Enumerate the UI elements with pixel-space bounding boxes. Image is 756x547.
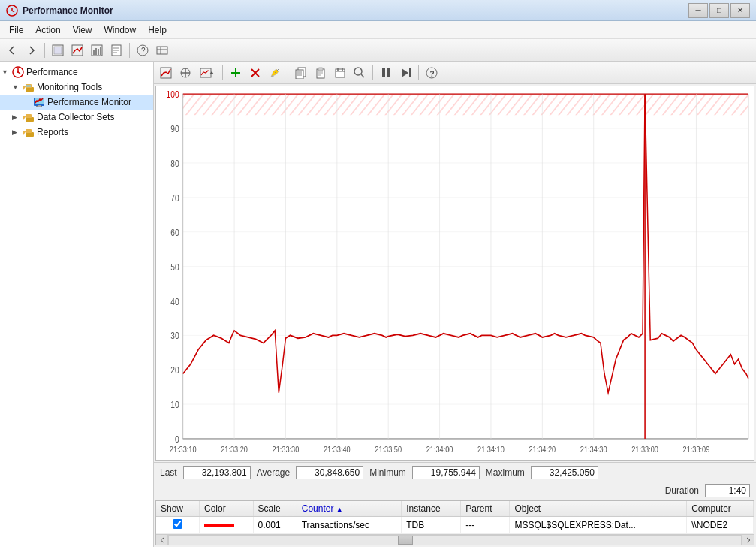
chart-freeze-button[interactable] [176, 64, 194, 82]
toolbar-sep-1 [44, 43, 45, 58]
svg-text:21:34:20: 21:34:20 [529, 445, 556, 454]
tree-item-data-collector-sets[interactable]: ▶ Data Collector Sets [0, 110, 153, 125]
tree-item-performance[interactable]: ▼ Performance [0, 65, 153, 80]
stats-row: Last 32,193.801 Average 30,848.650 Minim… [154, 462, 756, 482]
menu-help[interactable]: Help [142, 23, 173, 37]
close-button[interactable]: ✕ [730, 3, 750, 18]
svg-text:21:33:00: 21:33:00 [631, 445, 658, 454]
col-color[interactable]: Color [199, 501, 253, 517]
svg-rect-15 [157, 47, 167, 54]
search-button[interactable] [351, 64, 369, 82]
menu-file[interactable]: File [3, 23, 29, 37]
properties-button[interactable] [153, 41, 171, 59]
report-button[interactable] [107, 41, 125, 59]
help-button[interactable]: ? [134, 41, 152, 59]
svg-text:?: ? [430, 69, 435, 77]
maximize-button[interactable]: □ [709, 3, 729, 18]
icon-data-collector-sets [23, 111, 35, 123]
col-object[interactable]: Object [510, 501, 687, 517]
svg-rect-28 [26, 114, 32, 118]
window-controls[interactable]: ─ □ ✕ [688, 3, 750, 18]
scrollbar-track[interactable] [168, 535, 742, 545]
col-instance[interactable]: Instance [402, 501, 461, 517]
menu-window[interactable]: Window [98, 23, 143, 37]
scroll-left-btn[interactable] [156, 535, 168, 545]
col-computer[interactable]: Computer [687, 501, 754, 517]
cell-color [199, 517, 253, 534]
cell-instance: TDB [402, 517, 461, 534]
cell-show[interactable] [156, 517, 199, 534]
svg-rect-59 [409, 68, 411, 77]
svg-text:70: 70 [170, 193, 179, 203]
chart-help-button[interactable]: ? [423, 64, 441, 82]
stats-row2: Duration 1:40 [154, 482, 756, 500]
chart-sep-2 [288, 65, 288, 80]
tree-item-monitoring-tools[interactable]: ▼ Monitoring Tools [0, 80, 153, 95]
chart-type-dropdown[interactable] [196, 64, 218, 82]
table-scrollbar[interactable] [156, 534, 754, 545]
title-bar: Performance Monitor ─ □ ✕ [0, 0, 756, 21]
minimize-button[interactable]: ─ [688, 3, 708, 18]
chart-sep-3 [372, 65, 373, 80]
minimum-value: 19,755.944 [412, 466, 480, 479]
histogram-button[interactable] [88, 41, 106, 59]
svg-text:90: 90 [170, 124, 179, 134]
icon-reports [23, 126, 35, 138]
col-parent[interactable]: Parent [461, 501, 510, 517]
arrow-performance: ▼ [2, 68, 12, 76]
back-button[interactable] [3, 41, 21, 59]
col-scale[interactable]: Scale [253, 501, 297, 517]
svg-text:40: 40 [170, 297, 179, 307]
forward-button[interactable] [23, 41, 41, 59]
svg-rect-5 [93, 50, 95, 55]
show-hide-button[interactable] [49, 41, 67, 59]
paste-button[interactable] [312, 64, 330, 82]
app-title: Performance Monitor [23, 5, 113, 16]
pause-button[interactable] [377, 64, 395, 82]
main-content: ▼ Performance ▼ Monitoring [0, 62, 756, 547]
svg-rect-57 [382, 68, 385, 77]
sort-arrow-counter: ▲ [336, 506, 343, 513]
main-toolbar: ? [0, 39, 756, 62]
scrollbar-thumb[interactable] [398, 536, 413, 545]
maximum-value: 32,425.050 [531, 466, 598, 479]
svg-rect-2 [54, 47, 62, 54]
svg-text:0: 0 [175, 434, 179, 444]
chart-view-button[interactable] [157, 64, 175, 82]
performance-chart: 100 90 80 70 60 50 40 30 20 10 0 [156, 86, 754, 460]
last-value: 32,193.801 [183, 466, 251, 479]
svg-text:21:33:40: 21:33:40 [324, 445, 351, 454]
step-button[interactable] [396, 64, 414, 82]
add-counter-button[interactable] [227, 64, 245, 82]
svg-line-56 [361, 74, 364, 77]
show-checkbox[interactable] [173, 519, 182, 529]
svg-text:21:33:10: 21:33:10 [170, 445, 197, 454]
svg-rect-31 [161, 68, 171, 78]
chart-sep-1 [222, 65, 223, 80]
col-counter[interactable]: Counter ▲ [297, 501, 402, 517]
tree-item-performance-monitor[interactable]: ▶ Performance Monitor [0, 95, 153, 110]
menu-action[interactable]: Action [29, 23, 66, 37]
tree-label-performance-monitor: Performance Monitor [47, 97, 131, 107]
cell-object: MSSQL$SQLEXPRESS:Dat... [510, 517, 687, 534]
right-panel: ? [154, 62, 756, 547]
svg-point-19 [17, 71, 19, 73]
scroll-right-btn[interactable] [742, 535, 754, 545]
icon-performance-monitor [33, 96, 45, 108]
highlight-button[interactable] [266, 64, 284, 82]
col-show[interactable]: Show [156, 501, 199, 517]
menu-view[interactable]: View [67, 23, 98, 37]
clear-button[interactable] [331, 64, 349, 82]
cell-parent: --- [461, 517, 510, 534]
arrow-reports: ▶ [12, 128, 23, 136]
graph-button[interactable] [68, 41, 86, 59]
remove-counter-button[interactable] [246, 64, 264, 82]
cell-counter: Transactions/sec [297, 517, 402, 534]
tree-item-reports[interactable]: ▶ Reports [0, 125, 153, 140]
cell-computer: \\NODE2 [687, 517, 754, 534]
copy-button[interactable] [292, 64, 310, 82]
svg-rect-6 [95, 48, 97, 55]
table-row[interactable]: 0.001 Transactions/sec TDB --- MSSQL$SQL… [156, 517, 754, 534]
svg-rect-30 [26, 129, 32, 133]
svg-text:21:33:30: 21:33:30 [273, 445, 300, 454]
